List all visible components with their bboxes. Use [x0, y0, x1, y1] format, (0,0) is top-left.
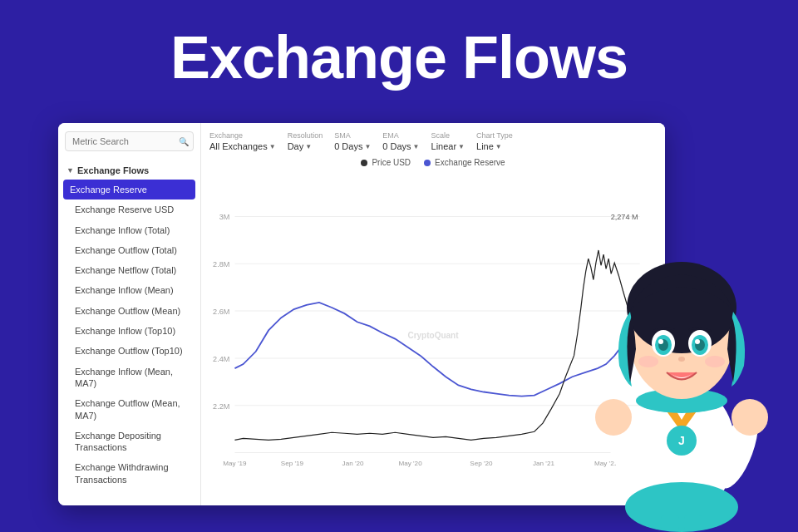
sidebar-item-exchange-inflow-total[interactable]: Exchange Inflow (Total)	[58, 220, 200, 240]
left-eye-highlight	[658, 339, 663, 344]
sidebar-item-exchange-inflow-ma7[interactable]: Exchange Inflow (Mean, MA7)	[58, 362, 200, 394]
ema-label: EMA	[382, 131, 419, 140]
sma-control[interactable]: SMA 0 Days ▼	[334, 131, 371, 151]
svg-text:Sep '19: Sep '19	[281, 460, 304, 467]
sidebar: 🔍 ▼ Exchange Flows Exchange Reserve Exch…	[58, 123, 201, 505]
sidebar-item-withdrawing-tx[interactable]: Exchange Withdrawing Transactions	[58, 457, 200, 490]
sidebar-item-exchange-inflow-top10[interactable]: Exchange Inflow (Top10)	[58, 321, 200, 341]
svg-text:May '19: May '19	[223, 460, 247, 467]
chart-controls: Exchange All Exchanges ▼ Resolution Day …	[209, 131, 657, 151]
chart-type-label: Chart Type	[476, 131, 513, 140]
chart-type-chevron-icon: ▼	[495, 143, 502, 150]
svg-text:2.2M: 2.2M	[213, 402, 229, 411]
scale-select[interactable]: Linear ▼	[431, 141, 466, 151]
chart-legend: Price USD Exchange Reserve	[209, 158, 657, 167]
character-svg: J	[565, 183, 798, 532]
svg-text:Sep '20: Sep '20	[470, 460, 493, 467]
page-title: Exchange Flows	[0, 0, 798, 110]
exchange-label: Exchange	[209, 131, 276, 140]
scale-chevron-icon: ▼	[458, 143, 465, 150]
sidebar-item-exchange-outflow-top10[interactable]: Exchange Outflow (Top10)	[58, 341, 200, 361]
legend-exchange-reserve: Exchange Reserve	[424, 158, 505, 167]
exchange-chevron-icon: ▼	[269, 143, 276, 150]
chart-type-select[interactable]: Line ▼	[476, 141, 513, 151]
anime-character: J	[565, 183, 798, 532]
sidebar-item-exchange-outflow-total[interactable]: Exchange Outflow (Total)	[58, 240, 200, 260]
chart-type-control[interactable]: Chart Type Line ▼	[476, 131, 513, 151]
exchange-control[interactable]: Exchange All Exchanges ▼	[209, 131, 276, 151]
svg-text:2.4M: 2.4M	[213, 355, 229, 363]
sidebar-item-depositing-tx[interactable]: Exchange Depositing Transactions	[58, 426, 200, 458]
svg-text:Jan '20: Jan '20	[342, 460, 364, 467]
nose	[678, 357, 685, 362]
resolution-label: Resolution	[288, 131, 323, 140]
skirt	[625, 482, 738, 532]
search-icon: 🔍	[179, 137, 189, 146]
arrow-icon: ▼	[66, 166, 74, 175]
sidebar-item-exchange-outflow-ma7[interactable]: Exchange Outflow (Mean, MA7)	[58, 393, 200, 426]
sidebar-item-exchange-reserve-usd[interactable]: Exchange Reserve USD	[58, 200, 200, 219]
left-boot	[661, 515, 679, 530]
ema-select[interactable]: 0 Days ▼	[382, 141, 419, 151]
sidebar-item-exchange-inflow-mean[interactable]: Exchange Inflow (Mean)	[58, 280, 200, 300]
ema-chevron-icon: ▼	[413, 143, 420, 150]
sma-select[interactable]: 0 Days ▼	[334, 141, 371, 151]
sidebar-item-exchange-outflow-mean[interactable]: Exchange Outflow (Mean)	[58, 301, 200, 321]
sma-label: SMA	[334, 131, 371, 140]
right-boot	[684, 515, 702, 530]
ema-control[interactable]: EMA 0 Days ▼	[382, 131, 419, 151]
scale-label: Scale	[431, 131, 466, 140]
sidebar-item-exchange-reserve[interactable]: Exchange Reserve	[63, 180, 195, 200]
left-hand	[595, 399, 632, 436]
sidebar-section: ▼ Exchange Flows Exchange Reserve Exchan…	[58, 158, 200, 493]
resolution-select[interactable]: Day ▼	[288, 141, 323, 151]
svg-text:3M: 3M	[219, 213, 230, 221]
resolution-chevron-icon: ▼	[305, 143, 312, 150]
left-blush	[638, 356, 658, 367]
price-usd-dot	[361, 160, 367, 166]
right-blush	[705, 356, 725, 367]
sma-chevron-icon: ▼	[364, 143, 371, 150]
search-input[interactable]	[65, 131, 194, 151]
svg-text:2.6M: 2.6M	[213, 308, 229, 316]
sidebar-item-exchange-netflow[interactable]: Exchange Netflow (Total)	[58, 260, 200, 280]
scale-control[interactable]: Scale Linear ▼	[431, 131, 466, 151]
exchange-select[interactable]: All Exchanges ▼	[209, 141, 276, 151]
exchange-reserve-dot	[424, 160, 431, 166]
svg-text:2.8M: 2.8M	[213, 260, 229, 268]
svg-text:Jan '21: Jan '21	[533, 460, 554, 467]
resolution-control[interactable]: Resolution Day ▼	[288, 131, 323, 151]
legend-price-usd: Price USD	[361, 158, 411, 167]
svg-text:May '20: May '20	[399, 460, 423, 467]
sidebar-section-label: Exchange Flows	[77, 165, 149, 175]
sidebar-section-header[interactable]: ▼ Exchange Flows	[58, 161, 200, 180]
logo-text: J	[678, 434, 685, 447]
right-hand	[732, 399, 768, 436]
right-eye-highlight	[695, 339, 700, 344]
search-box[interactable]: 🔍	[65, 131, 194, 151]
